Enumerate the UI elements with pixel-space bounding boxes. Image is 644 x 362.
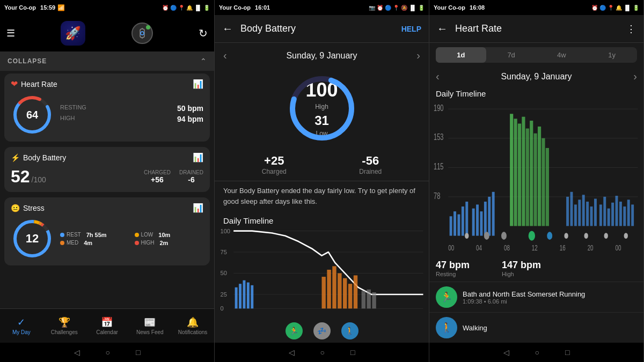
bottom-nav: ✓ My Day 🏆 Challenges 📅 Calendar 📰 News … — [0, 308, 214, 343]
svg-rect-63 — [530, 121, 533, 226]
bb-content: 52 /100 CHARGED +56 DRAINED -6 — [11, 167, 203, 187]
back-button-2[interactable]: ← — [222, 23, 233, 35]
recents-android-1[interactable]: □ — [136, 348, 140, 357]
tab-4w[interactable]: 4w — [537, 47, 587, 63]
carrier-3: Your Co-op — [434, 4, 465, 11]
hr-stats: RESTING 50 bpm HIGH 94 bpm — [60, 104, 203, 125]
recents-android-2[interactable]: □ — [350, 348, 355, 357]
charged-value: +56 — [144, 175, 171, 184]
status-bar-1: Your Co-op 15:59 📶 ⏰ 🔵 📍 🔔 ▐▌ 🔋 — [0, 0, 214, 15]
battery-body-icon: ⚡ — [11, 153, 20, 162]
svg-text:00: 00 — [448, 243, 454, 252]
more-button[interactable]: ⋮ — [626, 23, 636, 35]
charged-label-p2: Charged — [262, 168, 287, 175]
svg-rect-69 — [570, 192, 573, 226]
sig-icon-2: ▐▌ — [409, 5, 416, 11]
svg-point-96 — [547, 232, 552, 240]
resting-value: 50 bpm — [177, 104, 203, 113]
home-android-2[interactable]: ○ — [320, 348, 325, 357]
bluetooth-icon: 🔵 — [170, 5, 177, 11]
walk-avatar: 🚶 — [436, 317, 457, 338]
app-header: ☰ 🚀 ↻ — [0, 15, 214, 51]
home-android-3[interactable]: ○ — [535, 348, 539, 357]
svg-text:04: 04 — [476, 243, 482, 252]
svg-rect-80 — [616, 196, 618, 226]
hamburger-menu[interactable]: ☰ — [6, 27, 15, 39]
collapse-bar[interactable]: COLLAPSE ⌃ — [0, 51, 214, 71]
high-value: 94 bpm — [177, 115, 203, 123]
svg-text:115: 115 — [434, 161, 444, 172]
drained-value-p2: -56 — [359, 154, 382, 168]
refresh-button[interactable]: ↻ — [199, 27, 208, 40]
svg-text:100: 100 — [220, 227, 230, 234]
stress-high-item: HIGH 2m — [135, 240, 204, 246]
body-battery-card[interactable]: ⚡ Body Battery 📊 52 /100 CHARGED +56 DRA… — [4, 147, 210, 192]
nav-notifications[interactable]: 🔔 Notifications — [171, 309, 214, 343]
app-logo: 🚀 — [61, 21, 85, 46]
svg-rect-52 — [472, 209, 475, 236]
stress-med-item: MED 4m — [60, 240, 129, 246]
drained-label: DRAINED — [179, 169, 203, 175]
hr-gauge: 64 — [11, 93, 54, 136]
period-tabs: 1d 7d 4w 1y — [436, 47, 637, 63]
svg-rect-61 — [522, 117, 525, 226]
stress-card[interactable]: 😐 Stress 📊 12 REST 7h 55m — [4, 197, 210, 265]
tab-1y[interactable]: 1y — [587, 47, 637, 63]
volume-icon: 🔔 — [186, 5, 193, 11]
svg-rect-47 — [450, 216, 452, 235]
home-android-1[interactable]: ○ — [106, 348, 110, 357]
activity-running[interactable]: 🏃 Bath and North East Somerset Running 1… — [429, 282, 643, 312]
activity-walking[interactable]: 🚶 Walking — [429, 312, 643, 343]
chart-icon-hr: 📊 — [193, 79, 203, 89]
prev-date-2[interactable]: ‹ — [223, 49, 227, 62]
recents-android-3[interactable]: □ — [565, 348, 569, 357]
next-date-2[interactable]: › — [416, 49, 420, 62]
stress-legend: REST 7h 55m LOW 10m MED 4m HIGH 2m — [60, 232, 203, 246]
date-nav-2: ‹ Sunday, 9 January › — [215, 43, 429, 68]
bat-icon-3: 🔋 — [633, 5, 639, 11]
tab-1d[interactable]: 1d — [436, 47, 486, 63]
screenshot-icon: 📷 — [369, 5, 375, 11]
heart-rate-card[interactable]: ❤ Heart Rate 📊 64 RESTING 50 bpm — [4, 73, 210, 142]
next-date-3[interactable]: › — [633, 70, 637, 83]
date-nav-3: ‹ Sunday, 9 January › — [429, 67, 643, 86]
high-label: HIGH — [60, 115, 75, 123]
back-android-1[interactable]: ◁ — [74, 348, 80, 357]
bb-stats: CHARGED +56 DRAINED -6 — [144, 169, 203, 184]
nav-my-day[interactable]: ✓ My Day — [0, 309, 43, 343]
back-button-3[interactable]: ← — [437, 23, 448, 35]
svg-rect-60 — [518, 123, 521, 226]
svg-rect-54 — [480, 211, 482, 235]
nav-challenges[interactable]: 🏆 Challenges — [43, 309, 86, 343]
watch-icon[interactable] — [131, 23, 153, 44]
svg-point-92 — [465, 233, 469, 239]
activity-icons-row: 🏃 💤 🚶 — [215, 319, 429, 343]
alarm-icon-2: ⏰ — [377, 5, 383, 11]
my-day-icon: ✓ — [17, 316, 25, 328]
prev-date-3[interactable]: ‹ — [436, 70, 440, 83]
nav-calendar[interactable]: 📅 Calendar — [86, 309, 129, 343]
bb-denom: /100 — [32, 175, 46, 184]
help-button[interactable]: HELP — [401, 25, 421, 33]
svg-rect-83 — [627, 200, 630, 226]
svg-rect-59 — [514, 119, 517, 226]
svg-rect-32 — [338, 274, 341, 309]
back-android-3[interactable]: ◁ — [503, 348, 509, 357]
sig-icon-3: ▐▌ — [624, 5, 631, 11]
zzz-icon: 💤 — [313, 322, 331, 339]
svg-rect-37 — [367, 290, 371, 309]
bt-icon-2: 🔵 — [385, 5, 391, 11]
nav-news-feed[interactable]: 📰 News Feed — [128, 309, 171, 343]
svg-rect-79 — [611, 203, 614, 226]
svg-rect-78 — [608, 209, 610, 226]
panel-my-day: Your Co-op 15:59 📶 ⏰ 🔵 📍 🔔 ▐▌ 🔋 ☰ 🚀 ↻ — [0, 0, 215, 362]
p3-high-val: 147 bpm — [502, 260, 541, 271]
body-battery-header: ← Body Battery HELP — [215, 15, 429, 43]
tab-7d[interactable]: 7d — [486, 47, 537, 63]
bb-card-title: Body Battery — [23, 153, 66, 162]
svg-text:75: 75 — [220, 249, 226, 255]
svg-rect-71 — [578, 200, 581, 226]
svg-rect-64 — [534, 134, 537, 226]
p3-chart: 190 153 115 78 — [429, 99, 643, 255]
back-android-2[interactable]: ◁ — [289, 348, 295, 357]
